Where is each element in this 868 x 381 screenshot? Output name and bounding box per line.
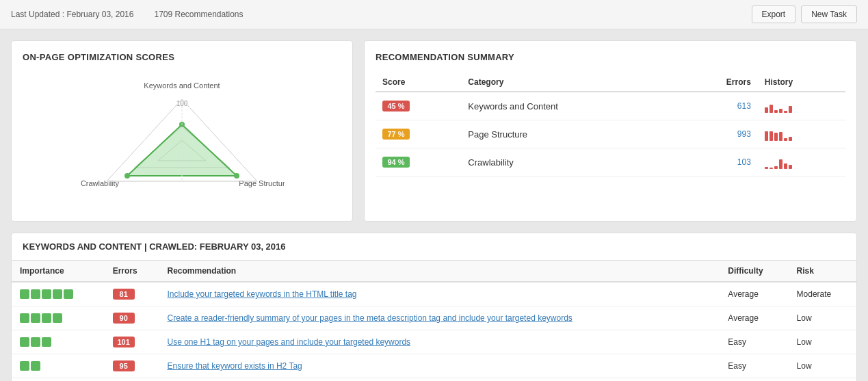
- importance-bar: [53, 289, 62, 299]
- summary-errors-cell: 613: [678, 92, 758, 120]
- recommendation-link[interactable]: Use one H1 tag on your pages and include…: [168, 337, 411, 347]
- summary-score-cell: 94 %: [376, 148, 461, 176]
- error-badge: 101: [113, 337, 135, 347]
- col-errors: Errors: [678, 73, 758, 92]
- summary-history-cell: [758, 92, 845, 120]
- risk-cell: Low: [789, 378, 856, 382]
- recommendation-cell: Include your targeted keywords in the HT…: [159, 282, 720, 306]
- importance-bars: [20, 361, 96, 371]
- importance-bar: [31, 289, 40, 299]
- summary-history-cell: [758, 148, 845, 176]
- mini-bar: [770, 131, 773, 141]
- summary-row: 77 %Page Structure993: [376, 120, 845, 148]
- rec-row: 95Ensure that keyword exists in H2 TagEa…: [12, 354, 856, 378]
- mini-bar: [770, 168, 773, 169]
- summary-category-cell: Page Structure: [461, 120, 678, 148]
- recommendation-link[interactable]: Include your targeted keywords in the HT…: [168, 289, 357, 299]
- col-score: Score: [376, 73, 461, 92]
- importance-bars: [20, 337, 96, 347]
- recommendation-summary-panel: RECOMMENDATION SUMMARY Score Category Er…: [364, 40, 857, 222]
- col-history: History: [758, 73, 845, 92]
- summary-score-cell: 45 %: [376, 92, 461, 120]
- importance-cell: [12, 354, 105, 378]
- export-button[interactable]: Export: [752, 5, 796, 23]
- mini-chart: [765, 127, 839, 141]
- difficulty-cell: Easy: [720, 378, 788, 382]
- col-errors: Errors: [105, 261, 159, 282]
- new-task-button[interactable]: New Task: [801, 5, 857, 23]
- mini-bar: [765, 107, 768, 113]
- risk-cell: Low: [789, 330, 856, 354]
- recommendation-cell: Create a reader-friendly summary of your…: [159, 306, 720, 330]
- top-panels: ON-PAGE OPTIMIZATION SCORES Keywords and…: [11, 40, 857, 222]
- error-badge: 81: [113, 289, 135, 300]
- importance-bar: [31, 313, 40, 323]
- mini-chart: [765, 99, 839, 113]
- importance-bar: [53, 313, 62, 323]
- last-updated: Last Updated : February 03, 2016: [11, 10, 133, 19]
- svg-point-6: [124, 173, 130, 179]
- error-cell: 117: [105, 378, 159, 382]
- mini-chart: [765, 155, 839, 169]
- mini-bar: [784, 163, 787, 169]
- importance-cell: [12, 330, 105, 354]
- summary-history-cell: [758, 120, 845, 148]
- rec-table: Importance Errors Recommendation Difficu…: [12, 261, 856, 381]
- mini-bar: [765, 131, 768, 141]
- rec-row: 101Use one H1 tag on your pages and incl…: [12, 330, 856, 354]
- summary-score-cell: 77 %: [376, 120, 461, 148]
- summary-row: 94 %Crawlability103: [376, 148, 845, 176]
- importance-bar: [20, 289, 29, 299]
- mini-bar: [779, 132, 782, 141]
- importance-bar: [64, 289, 73, 299]
- recommendation-cell: Use one H1 tag on your pages and include…: [159, 330, 720, 354]
- importance-bars: [20, 313, 96, 323]
- errors-link[interactable]: 993: [685, 129, 751, 139]
- difficulty-cell: Easy: [720, 330, 788, 354]
- col-risk: Risk: [789, 261, 856, 282]
- error-cell: 101: [105, 330, 159, 354]
- mini-bar: [774, 166, 778, 169]
- errors-link[interactable]: 103: [685, 157, 751, 167]
- recommendation-link[interactable]: Create a reader-friendly summary of your…: [168, 313, 573, 323]
- recommendation-link[interactable]: Ensure that keyword exists in H2 Tag: [168, 361, 302, 371]
- rec-row: 117Ensure that keyword exists in H3 TagE…: [12, 378, 856, 382]
- errors-link[interactable]: 613: [685, 101, 751, 111]
- importance-bar: [42, 289, 51, 299]
- mini-bar: [774, 110, 778, 113]
- radar-chart: Keywords and Content Crawlability Page S…: [23, 73, 341, 210]
- col-importance: Importance: [12, 261, 105, 282]
- top-bar-right: Export New Task: [752, 5, 857, 23]
- mini-bar: [784, 138, 787, 141]
- top-bar-left: Last Updated : February 03, 2016 1709 Re…: [11, 10, 244, 19]
- keywords-panel: KEYWORDS AND CONTENT | CRAWLED: FEBRUARY…: [11, 233, 857, 381]
- col-recommendation: Recommendation: [159, 261, 720, 282]
- mini-bar: [770, 105, 773, 113]
- importance-bar: [31, 337, 40, 347]
- summary-table: Score Category Errors History 45 %Keywor…: [376, 73, 845, 176]
- risk-cell: Low: [789, 354, 856, 378]
- top-bar: Last Updated : February 03, 2016 1709 Re…: [0, 0, 868, 29]
- mini-bar: [784, 111, 787, 113]
- importance-bar: [20, 313, 29, 323]
- keywords-panel-title: KEYWORDS AND CONTENT | CRAWLED: FEBRUARY…: [12, 233, 856, 261]
- recommendations-count: 1709 Recommendations: [154, 10, 243, 19]
- recommendation-cell: Ensure that keyword exists in H2 Tag: [159, 354, 720, 378]
- summary-errors-cell: 993: [678, 120, 758, 148]
- importance-bar: [42, 337, 51, 347]
- summary-category-cell: Crawlability: [461, 148, 678, 176]
- importance-cell: [12, 378, 105, 382]
- error-badge: 90: [113, 313, 135, 324]
- rec-row: 90Create a reader-friendly summary of yo…: [12, 306, 856, 330]
- recommendation-cell: Ensure that keyword exists in H3 Tag: [159, 378, 720, 382]
- importance-bar: [20, 361, 29, 371]
- on-page-panel: ON-PAGE OPTIMIZATION SCORES Keywords and…: [11, 40, 353, 222]
- importance-bar: [31, 361, 40, 371]
- difficulty-cell: Average: [720, 306, 788, 330]
- importance-cell: [12, 306, 105, 330]
- score-badge: 94 %: [382, 157, 410, 168]
- rec-row: 81Include your targeted keywords in the …: [12, 282, 856, 306]
- on-page-title: ON-PAGE OPTIMIZATION SCORES: [23, 52, 341, 62]
- importance-cell: [12, 282, 105, 306]
- risk-cell: Moderate: [789, 282, 856, 306]
